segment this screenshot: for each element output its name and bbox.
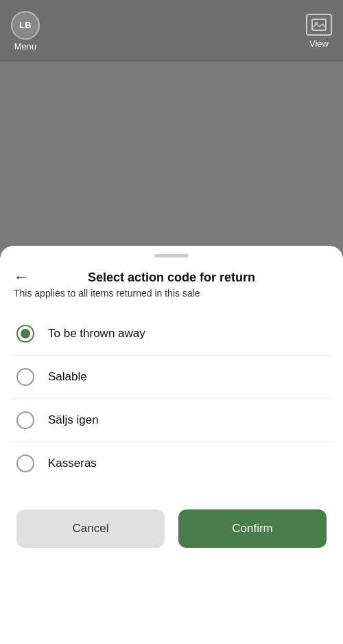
confirm-button[interactable]: Confirm (178, 509, 327, 548)
radio-item-kasseras[interactable]: Kasseras (0, 442, 343, 485)
avatar: LB (11, 11, 40, 40)
radio-label-throw-away: To be thrown away (48, 327, 145, 341)
view-area[interactable]: View (306, 14, 332, 49)
radio-label-kasseras: Kasseras (48, 457, 97, 470)
radio-outer-kasseras (16, 455, 34, 472)
svg-rect-0 (312, 19, 326, 30)
sheet-subtitle: This applies to all items returned in th… (0, 288, 343, 307)
menu-area[interactable]: LB Menu (11, 11, 40, 51)
radio-outer-throw-away (16, 325, 34, 343)
radio-inner-throw-away (21, 329, 30, 338)
top-bar: LB Menu View (0, 0, 343, 62)
radio-item-throw-away[interactable]: To be thrown away (0, 312, 343, 355)
sheet-title: Select action code for return (34, 271, 309, 285)
back-button[interactable]: ← (14, 270, 29, 285)
radio-list: To be thrown away Salable Säljs igen Kas… (0, 307, 343, 490)
radio-label-salable: Salable (48, 370, 87, 384)
radio-outer-saljs-igen (16, 411, 34, 429)
image-icon (311, 19, 327, 31)
action-buttons: Cancel Confirm (0, 490, 343, 555)
sheet-header: ← Select action code for return (0, 257, 343, 288)
view-label: View (309, 38, 329, 49)
view-icon (306, 14, 332, 36)
menu-label: Menu (14, 41, 37, 51)
radio-label-saljs-igen: Säljs igen (48, 413, 99, 427)
bottom-sheet: ← Select action code for return This app… (0, 246, 343, 644)
radio-outer-salable (16, 368, 34, 386)
cancel-button[interactable]: Cancel (16, 509, 165, 548)
radio-item-salable[interactable]: Salable (0, 356, 343, 398)
radio-item-saljs-igen[interactable]: Säljs igen (0, 399, 343, 441)
